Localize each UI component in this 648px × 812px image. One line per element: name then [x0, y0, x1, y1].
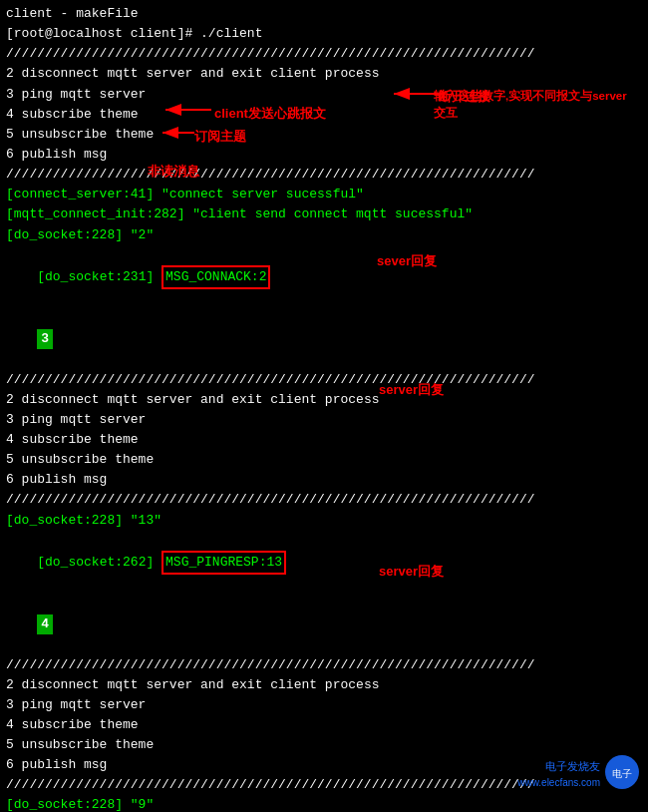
header-line: client - makeFile [6, 4, 642, 24]
input-num-3: 3 [37, 329, 53, 349]
menu-item-2c: 2 disconnect mqtt server and exit client… [6, 675, 642, 695]
divider-1: ////////////////////////////////////////… [6, 44, 642, 64]
terminal-window: client - makeFile [root@localhost client… [0, 0, 648, 812]
menu-item-3c: 3 ping mqtt server [6, 695, 642, 715]
menu-item-2: 2 disconnect mqtt server and exit client… [6, 64, 642, 84]
menu-item-6: 6 publish msg [6, 145, 642, 165]
watermark-site: 电子发烧友 [545, 759, 600, 774]
watermark-logo: 电子 [604, 754, 640, 794]
annotation-input-numbers: 输入这些数字,实现不同报文与server交互 [434, 88, 627, 123]
divider-2: ////////////////////////////////////////… [6, 165, 642, 185]
socket-262-pingresp: [do_socket:262] MSG_PINGRESP:13 [6, 531, 642, 595]
watermark-url: www.elecfans.com [517, 777, 600, 788]
annotation-subscribe: 订阅主题 [194, 128, 246, 146]
annotation-server-reply-2: server回复 [379, 381, 444, 399]
annotation-heartbeat: client发送心跳报文 [214, 105, 326, 123]
divider-5: ////////////////////////////////////////… [6, 655, 642, 675]
arrow-heartbeat [162, 102, 216, 118]
menu-item-3b: 3 ping mqtt server [6, 410, 642, 430]
menu-item-4c: 4 subscribe theme [6, 715, 642, 735]
annotation-server-reply-3: server回复 [379, 563, 444, 581]
annotation-sever-reply-1: sever回复 [377, 252, 437, 270]
annotation-publish: 非读消息 [148, 163, 199, 181]
svg-text:电子: 电子 [612, 768, 632, 779]
prompt-line: [root@localhost client]# ./client [6, 24, 642, 44]
arrow-subscribe [160, 125, 199, 141]
connack-box: MSG_CONNACK:2 [162, 265, 270, 289]
divider-4: ////////////////////////////////////////… [6, 490, 642, 510]
input-3: 3 [6, 309, 642, 369]
mqtt-connect-line: [mqtt_connect_init:282] "client send con… [6, 204, 642, 224]
input-num-4: 4 [37, 614, 53, 634]
socket-228-line2: [do_socket:228] "13" [6, 511, 642, 531]
menu-item-5c: 5 unsubscribe theme [6, 735, 642, 755]
pingresp-box: MSG_PINGRESP:13 [162, 551, 286, 575]
input-4: 4 [6, 595, 642, 654]
socket-231-connack: [do_socket:231] MSG_CONNACK:2 [6, 245, 642, 309]
socket-228-line3: [do_socket:228] "9" [6, 795, 642, 812]
menu-item-5: 5 unsubscribe theme [6, 125, 642, 145]
divider-3: ////////////////////////////////////////… [6, 370, 642, 390]
connect-server-line: [connect_server:41] "connect server suce… [6, 185, 642, 204]
menu-item-2b: 2 disconnect mqtt server and exit client… [6, 390, 642, 410]
menu-item-6b: 6 publish msg [6, 470, 642, 490]
menu-item-5b: 5 unsubscribe theme [6, 450, 642, 470]
socket-228-line1: [do_socket:228] "2" [6, 225, 642, 245]
menu-item-4b: 4 subscribe theme [6, 430, 642, 450]
